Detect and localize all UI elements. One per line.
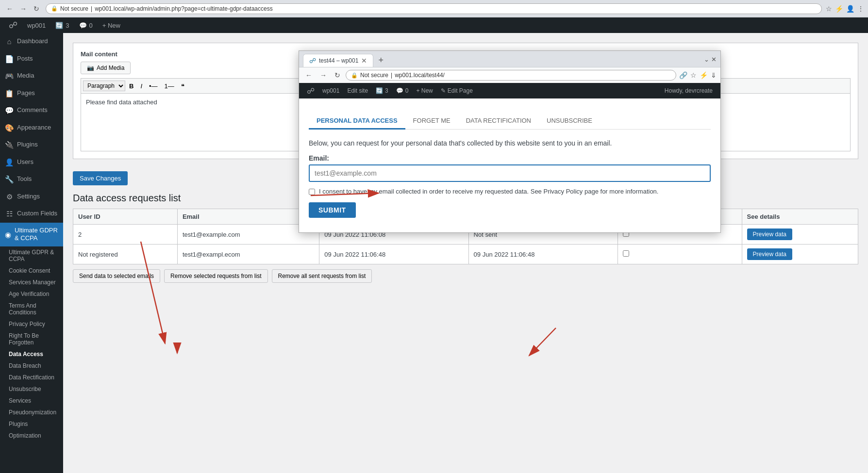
overlay-edit-site[interactable]: Edit site xyxy=(343,83,372,98)
sidebar-item-pages[interactable]: 📋 Pages xyxy=(0,85,63,102)
preview-button-2[interactable]: Preview data xyxy=(747,248,792,260)
remove-selected-button[interactable]: Remove selected requests from list xyxy=(164,269,267,283)
overlay-wp-logo[interactable]: ☍ xyxy=(303,83,318,98)
paragraph-select[interactable]: Paragraph xyxy=(83,81,125,91)
sidebar-item-users[interactable]: 👤 Users xyxy=(0,154,63,171)
overlay-updates[interactable]: 🔄 3 xyxy=(372,83,392,98)
overlay-bookmark-icon[interactable]: ☆ xyxy=(690,71,697,79)
url-bar[interactable]: 🔒 Not secure | wp001.local/wp-admin/admi… xyxy=(46,3,822,14)
sidebar-sub-right-forgotten[interactable]: Right To Be Forgotten xyxy=(0,330,63,348)
overlay-browser-window: ☍ test44 – wp001 ✕ + ⌄ ✕ ← → ↻ 🔒 Not sec… xyxy=(299,50,721,233)
cell-select-2[interactable] xyxy=(618,245,742,264)
blockquote-button[interactable]: ❝ xyxy=(178,81,187,91)
sidebar-sub-data-access[interactable]: Data Access xyxy=(0,348,63,360)
sidebar-sub-data-rectification[interactable]: Data Rectification xyxy=(0,372,63,383)
reload-button[interactable]: ↻ xyxy=(31,4,42,14)
profile-icon[interactable]: 👤 xyxy=(846,5,854,13)
overlay-close-icon[interactable]: ✕ xyxy=(711,56,717,63)
overlay-site-name[interactable]: wp001 xyxy=(318,83,343,98)
overlay-extensions-icon[interactable]: ⚡ xyxy=(700,71,708,79)
sidebar-item-dashboard[interactable]: ⌂ Dashboard xyxy=(0,33,63,50)
overlay-reload-button[interactable]: ↻ xyxy=(332,70,343,80)
remove-all-sent-button[interactable]: Remove all sent requests from list xyxy=(272,269,372,283)
sidebar-sub-terms-conditions[interactable]: Terms And Conditions xyxy=(0,300,63,318)
sidebar-sub-ultimate-gdpr[interactable]: Ultimate GDPR & CCPA xyxy=(0,246,63,265)
browser-nav-buttons[interactable]: ← → ↻ xyxy=(4,4,42,14)
overlay-url-bar[interactable]: 🔒 Not secure | wp001.local/test44/ xyxy=(346,70,676,81)
sidebar-item-gdpr[interactable]: ◉ Ultimate GDPR & CCPA xyxy=(0,223,63,247)
bold-button[interactable]: B xyxy=(126,81,136,91)
sidebar-item-custom-fields[interactable]: ☷ Custom Fields xyxy=(0,205,63,223)
overlay-forward-button[interactable]: → xyxy=(317,70,329,80)
admin-bar-site[interactable]: wp001 xyxy=(22,17,50,33)
overlay-minimize-icon[interactable]: ⌄ xyxy=(704,56,709,63)
save-changes-button[interactable]: Save Changes xyxy=(73,171,128,185)
gdpr-tab-data-rectification[interactable]: DATA RECTIFICATION xyxy=(458,113,539,130)
preview-button-1[interactable]: Preview data xyxy=(747,228,792,240)
admin-bar-new[interactable]: + New xyxy=(98,17,125,33)
sidebar-sub-cookie-consent[interactable]: Cookie Consent xyxy=(0,265,63,277)
add-media-button[interactable]: 📷 Add Media xyxy=(81,62,131,74)
italic-button[interactable]: I xyxy=(137,81,145,91)
gdpr-icon: ◉ xyxy=(5,230,11,240)
overlay-tab-close[interactable]: ✕ xyxy=(361,57,367,65)
sidebar-item-media[interactable]: 🎮 Media xyxy=(0,67,63,85)
overlay-new[interactable]: + New xyxy=(412,83,436,98)
sidebar-sub-unsubscribe[interactable]: Unsubscribe xyxy=(0,383,63,395)
sidebar-item-appearance[interactable]: 🎨 Appearance xyxy=(0,119,63,137)
overlay-comments-count: 0 xyxy=(405,87,409,94)
comments-icon: 💬 xyxy=(79,22,87,29)
users-icon: 👤 xyxy=(5,158,14,167)
gdpr-email-input[interactable] xyxy=(309,164,711,182)
overlay-comments[interactable]: 💬 0 xyxy=(392,83,413,98)
gdpr-consent-checkbox[interactable] xyxy=(309,189,315,195)
col-see-details: See details xyxy=(742,209,858,225)
overlay-tab[interactable]: ☍ test44 – wp001 ✕ xyxy=(303,54,373,67)
sidebar-sub-data-breach[interactable]: Data Breach xyxy=(0,360,63,372)
sidebar-sub-privacy-policy[interactable]: Privacy Policy xyxy=(0,318,63,330)
sidebar-sub-pseudonymization[interactable]: Pseudonymization xyxy=(0,407,63,418)
overlay-back-button[interactable]: ← xyxy=(303,70,315,80)
sidebar-sub-unsubscribe-label: Unsubscribe xyxy=(9,386,41,392)
url-value: wp001.local/wp-admin/admin.php?page=ct-u… xyxy=(95,5,273,12)
ordered-list-button[interactable]: 1— xyxy=(162,81,177,91)
comments-sidebar-icon: 💬 xyxy=(5,106,14,115)
overlay-secure-label: Not secure xyxy=(360,72,388,79)
remove-all-sent-label: Remove all sent requests from list xyxy=(278,273,366,279)
wp-logo-item[interactable]: ☍ xyxy=(4,17,22,33)
overlay-nav-bar: ← → ↻ 🔒 Not secure | wp001.local/test44/… xyxy=(299,67,720,83)
sidebar-item-comments[interactable]: 💬 Comments xyxy=(0,102,63,119)
admin-bar-site-name: wp001 xyxy=(27,22,46,29)
sidebar-sub-plugins2[interactable]: Plugins xyxy=(0,418,63,430)
sidebar-sub-services[interactable]: Services xyxy=(0,395,63,407)
unordered-list-button[interactable]: •— xyxy=(146,81,161,91)
overlay-download-icon[interactable]: ⇓ xyxy=(711,71,717,79)
back-button[interactable]: ← xyxy=(4,4,16,14)
gdpr-tab-personal-data[interactable]: PERSONAL DATA ACCESS xyxy=(309,113,405,130)
extensions-icon[interactable]: ⚡ xyxy=(835,5,843,13)
admin-bar-updates[interactable]: 🔄 3 xyxy=(50,17,74,33)
sidebar-sub-optimization[interactable]: Optimization xyxy=(0,430,63,441)
forward-button[interactable]: → xyxy=(17,4,29,14)
gdpr-tab-forget-me[interactable]: FORGET ME xyxy=(405,113,458,130)
sidebar-sub-services-manager[interactable]: Services Manager xyxy=(0,277,63,288)
sidebar-item-tools[interactable]: 🔧 Tools xyxy=(0,171,63,188)
gdpr-tab-unsubscribe[interactable]: UNSUBSCRIBE xyxy=(539,113,600,130)
admin-bar-comments[interactable]: 💬 0 xyxy=(74,17,98,33)
sidebar-item-settings[interactable]: ⚙ Settings xyxy=(0,188,63,206)
send-data-button[interactable]: Send data to selected emails xyxy=(73,269,160,283)
sidebar-item-posts[interactable]: 📄 Posts xyxy=(0,50,63,68)
sidebar-sub-age-verification[interactable]: Age Verification xyxy=(0,288,63,300)
cell-details-1[interactable]: Preview data xyxy=(742,225,858,245)
overlay-share-icon[interactable]: 🔗 xyxy=(679,71,687,79)
gdpr-submit-button[interactable]: SUBMIT xyxy=(309,202,356,218)
overlay-tab-title: test44 – wp001 xyxy=(319,57,358,64)
overlay-edit-page[interactable]: ✎ Edit Page xyxy=(437,83,477,98)
bookmark-icon[interactable]: ☆ xyxy=(826,5,832,13)
checkbox-row-2[interactable] xyxy=(623,250,629,257)
tools-icon: 🔧 xyxy=(5,175,14,184)
overlay-new-tab-button[interactable]: + xyxy=(375,54,386,66)
menu-icon[interactable]: ⋮ xyxy=(857,5,864,13)
cell-details-2[interactable]: Preview data xyxy=(742,245,858,264)
sidebar-item-plugins[interactable]: 🔌 Plugins xyxy=(0,136,63,154)
